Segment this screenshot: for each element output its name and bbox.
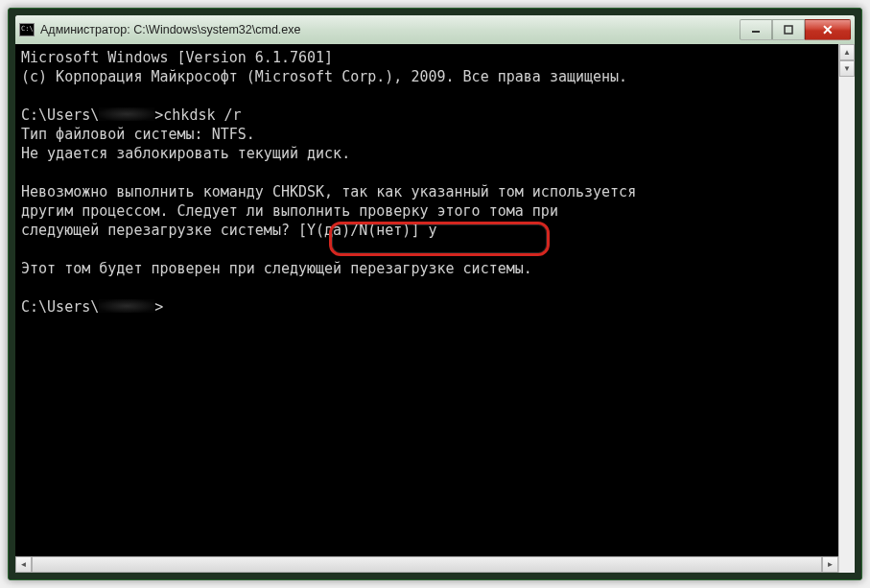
titlebar[interactable]: Администратор: C:\Windows\system32\cmd.e… — [15, 15, 855, 44]
maximize-button[interactable] — [772, 19, 805, 40]
prompt-line-1: C:\Users\>chkdsk /r — [21, 106, 849, 125]
window-controls: ✕ — [740, 19, 851, 40]
svg-rect-1 — [785, 26, 792, 34]
minimize-icon — [751, 25, 761, 35]
maximize-icon — [784, 25, 793, 35]
chkdsk-question: следующей перезагрузке системы? — [21, 222, 298, 239]
prompt-prefix: C:\Users\ — [21, 298, 99, 316]
chkdsk-msg-3: следующей перезагрузке системы? [Y(да)/N… — [21, 221, 849, 240]
scroll-down-button[interactable]: ▼ — [839, 60, 855, 77]
blank — [21, 163, 849, 182]
close-button[interactable]: ✕ — [805, 19, 851, 40]
blank — [21, 86, 849, 106]
prompt-suffix: > — [154, 298, 163, 316]
horizontal-scrollbar[interactable]: ◄ ► — [15, 556, 838, 573]
prompt-prefix: C:\Users\ — [21, 106, 99, 124]
minimize-button[interactable] — [740, 19, 772, 40]
redacted-username — [99, 299, 154, 313]
blank — [21, 278, 849, 297]
prompt-line-2: C:\Users\> — [21, 297, 849, 317]
terminal-area[interactable]: Microsoft Windows [Version 6.1.7601] (c)… — [15, 44, 855, 573]
command-text: chkdsk /r — [163, 106, 241, 124]
version-line: Microsoft Windows [Version 6.1.7601] — [21, 48, 849, 67]
chkdsk-answer-prompt: [Y(да)/N(нет)] y — [298, 222, 437, 239]
scroll-right-button[interactable]: ► — [822, 556, 838, 573]
scroll-left-button[interactable]: ◄ — [15, 556, 32, 573]
result-line: Этот том будет проверен при следующей пе… — [21, 259, 849, 278]
lock-error-line: Не удается заблокировать текущий диск. — [21, 144, 849, 163]
window-title: Администратор: C:\Windows\system32\cmd.e… — [40, 23, 740, 36]
cmd-icon — [19, 23, 35, 36]
scroll-thumb[interactable] — [32, 556, 822, 573]
blank — [21, 240, 849, 259]
copyright-line: (c) Корпорация Майкрософт (Microsoft Cor… — [21, 67, 849, 86]
chkdsk-msg-2: другим процессом. Следует ли выполнить п… — [21, 201, 849, 221]
redacted-username — [99, 107, 154, 121]
vertical-scrollbar[interactable]: ▲ ▼ — [838, 44, 855, 573]
scroll-up-button[interactable]: ▲ — [839, 44, 855, 60]
fs-type-line: Тип файловой системы: NTFS. — [21, 125, 849, 144]
close-icon: ✕ — [822, 22, 834, 37]
chkdsk-msg-1: Невозможно выполнить команду CHKDSK, так… — [21, 182, 849, 201]
cmd-window: Администратор: C:\Windows\system32\cmd.e… — [8, 8, 862, 580]
prompt-suffix: > — [154, 106, 163, 124]
